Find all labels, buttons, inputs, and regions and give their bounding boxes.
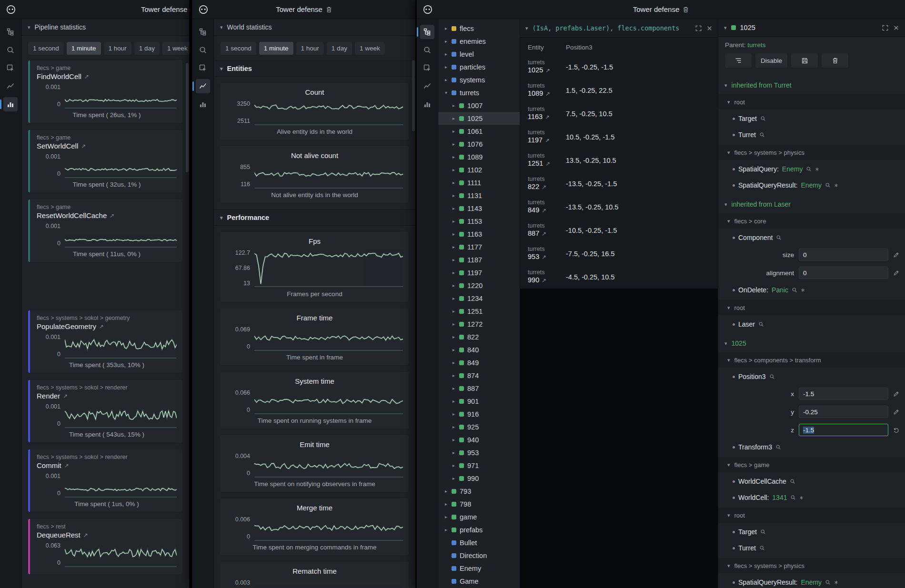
star-icon[interactable] bbox=[801, 288, 805, 292]
search-icon[interactable] bbox=[790, 478, 795, 484]
entity-cell[interactable]: turrets1025↗ bbox=[528, 59, 566, 74]
tree-item-940[interactable]: ▸940 bbox=[438, 433, 520, 446]
time-range-button[interactable]: 1 week bbox=[162, 42, 189, 55]
entity-cell[interactable]: turrets1089↗ bbox=[528, 82, 566, 98]
tree-chevron-icon[interactable]: ▸ bbox=[444, 51, 448, 57]
entity-cell[interactable]: turrets822↗ bbox=[528, 176, 566, 191]
undo-icon[interactable] bbox=[893, 427, 899, 433]
component-value[interactable]: Panic bbox=[772, 286, 788, 294]
search-icon[interactable] bbox=[792, 287, 797, 293]
edit-icon[interactable] bbox=[893, 409, 899, 415]
component-row-transform3[interactable]: Transform3 bbox=[718, 439, 905, 455]
tree-item-849[interactable]: ▸849 bbox=[438, 356, 520, 369]
tree-chevron-icon[interactable]: ▸ bbox=[452, 386, 456, 391]
panel-header[interactable]: ▾ Pipeline statistics bbox=[21, 19, 189, 36]
edit-icon[interactable] bbox=[893, 270, 899, 276]
save-button[interactable] bbox=[791, 53, 818, 68]
time-range-button[interactable]: 1 day bbox=[134, 42, 160, 55]
search-icon[interactable] bbox=[806, 166, 812, 172]
tree-chevron-icon[interactable]: ▸ bbox=[452, 219, 456, 224]
card-title[interactable]: PopulateGeometry ↗ bbox=[37, 322, 177, 330]
tree-chevron-icon[interactable]: ▸ bbox=[452, 206, 456, 211]
search-icon[interactable] bbox=[196, 43, 210, 57]
tree-chevron-icon[interactable]: ▸ bbox=[452, 141, 456, 147]
tree-item-793[interactable]: ▸793 bbox=[438, 485, 520, 498]
chart-icon[interactable] bbox=[196, 79, 210, 93]
component-row-turret[interactable]: Turret bbox=[718, 540, 905, 556]
search-icon[interactable] bbox=[420, 43, 434, 57]
tree-chevron-icon[interactable]: ▸ bbox=[452, 424, 456, 429]
entity-cell[interactable]: turrets887↗ bbox=[528, 222, 566, 238]
panel-header[interactable]: ▾ World statistics bbox=[214, 19, 415, 36]
tree-chevron-icon[interactable]: ▸ bbox=[444, 26, 448, 31]
component-row-worldcell[interactable]: WorldCell:1341 bbox=[718, 489, 905, 506]
card-title[interactable]: Commit ↗ bbox=[37, 461, 177, 469]
tree-item-971[interactable]: ▸971 bbox=[438, 459, 520, 472]
tree-item-enemies[interactable]: ▸enemies bbox=[438, 35, 520, 48]
time-range-button[interactable]: 1 hour bbox=[296, 42, 324, 55]
search-icon[interactable] bbox=[825, 579, 831, 585]
open-link-icon[interactable]: ↗ bbox=[83, 532, 88, 538]
open-link-icon[interactable]: ↗ bbox=[64, 462, 69, 469]
search-icon[interactable] bbox=[790, 495, 796, 500]
tree-item-874[interactable]: ▸874 bbox=[438, 369, 520, 382]
tree-item-level[interactable]: ▸level bbox=[438, 48, 520, 60]
open-link-icon[interactable]: ↗ bbox=[542, 230, 546, 237]
component-group-header[interactable]: ▾root bbox=[718, 300, 905, 315]
size-input[interactable]: 0 bbox=[799, 249, 888, 261]
tree-chevron-icon[interactable]: ▸ bbox=[452, 257, 456, 262]
card-title[interactable]: FindWorldCell ↗ bbox=[37, 72, 177, 80]
tree-item-particles[interactable]: ▸particles bbox=[438, 60, 520, 73]
search-icon[interactable] bbox=[758, 321, 764, 327]
tree-chevron-icon[interactable]: ▸ bbox=[452, 399, 456, 404]
tree-chevron-icon[interactable]: ▸ bbox=[452, 373, 456, 378]
tree-chevron-icon[interactable]: ▸ bbox=[452, 129, 456, 134]
time-range-button[interactable]: 1 second bbox=[221, 42, 256, 55]
tree-item-turrets[interactable]: ▾turrets bbox=[438, 86, 520, 99]
open-link-icon[interactable]: ↗ bbox=[81, 143, 86, 149]
edit-icon[interactable] bbox=[893, 391, 899, 397]
section-header-performance[interactable]: ▾Performance bbox=[214, 209, 415, 226]
component-value[interactable]: Enemy bbox=[801, 578, 822, 586]
card-title[interactable]: SetWorldCell ↗ bbox=[37, 142, 177, 150]
tree-chevron-icon[interactable]: ▸ bbox=[452, 193, 456, 198]
tree-chevron-icon[interactable]: ▸ bbox=[444, 64, 448, 70]
open-link-icon[interactable]: ↗ bbox=[99, 323, 104, 330]
tree-chevron-icon[interactable]: ▸ bbox=[444, 39, 448, 44]
chart-icon[interactable] bbox=[420, 79, 434, 93]
component-group-header[interactable]: ▾flecs > game bbox=[718, 457, 905, 472]
chart-icon[interactable] bbox=[3, 79, 18, 93]
tree-view-button[interactable] bbox=[725, 53, 752, 68]
entity-cell[interactable]: turrets1197↗ bbox=[528, 129, 566, 144]
tree-chevron-icon[interactable]: ▸ bbox=[452, 463, 456, 468]
search-icon[interactable] bbox=[760, 116, 766, 121]
table-row-1197[interactable]: turrets1197↗10.5, -0.25, -1.5 bbox=[520, 125, 718, 149]
table-row-1089[interactable]: turrets1089↗1.5, -0.25, 22.5 bbox=[520, 79, 718, 102]
tree-chevron-icon[interactable]: ▸ bbox=[452, 180, 456, 185]
open-link-icon[interactable]: ↗ bbox=[84, 73, 89, 80]
tree-chevron-icon[interactable]: ▸ bbox=[452, 116, 456, 121]
inspector-section-1025[interactable]: ▾1025 bbox=[718, 336, 905, 350]
tree-chevron-icon[interactable]: ▸ bbox=[452, 244, 456, 249]
tree-item-840[interactable]: ▸840 bbox=[438, 343, 520, 356]
tree-chevron-icon[interactable]: ▸ bbox=[452, 321, 456, 327]
tree-icon[interactable] bbox=[3, 25, 18, 39]
inspector-icon[interactable] bbox=[196, 61, 210, 75]
component-row-target[interactable]: Target bbox=[718, 524, 905, 540]
table-row-953[interactable]: turrets953↗-7.5, -0.25, 16.5 bbox=[520, 242, 718, 265]
scrollbar-thumb[interactable] bbox=[412, 60, 415, 131]
search-icon[interactable] bbox=[769, 374, 775, 379]
tree-chevron-icon[interactable]: ▸ bbox=[452, 411, 456, 417]
tree-item-flecs[interactable]: ▸flecs bbox=[438, 22, 520, 35]
tree-chevron-icon[interactable]: ▸ bbox=[444, 527, 448, 532]
tree-item-1220[interactable]: ▸1220 bbox=[438, 279, 520, 292]
tree-chevron-icon[interactable]: ▸ bbox=[452, 450, 456, 455]
parent-link[interactable]: turrets bbox=[747, 41, 765, 49]
component-row-spatialquery[interactable]: SpatialQuery:Enemy bbox=[718, 161, 905, 177]
tree-item-990[interactable]: ▸990 bbox=[438, 472, 520, 485]
open-link-icon[interactable]: ↗ bbox=[545, 160, 550, 167]
expand-icon[interactable] bbox=[695, 25, 702, 32]
inspector-section-inherited-from-turret[interactable]: ▾inherited from Turret bbox=[718, 78, 905, 92]
search-icon[interactable] bbox=[759, 132, 765, 138]
tree-item-1163[interactable]: ▸1163 bbox=[438, 228, 520, 240]
